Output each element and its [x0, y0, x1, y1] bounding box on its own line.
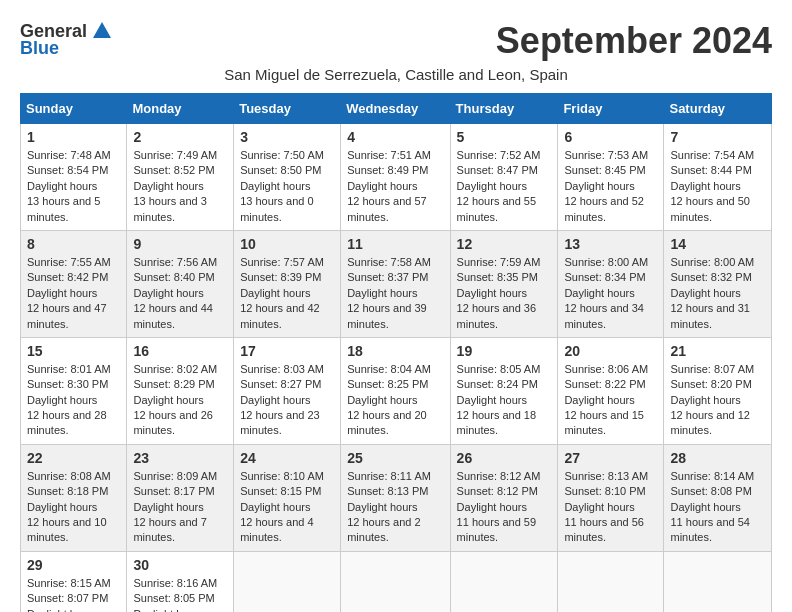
calendar-cell: 25 Sunrise: 8:11 AM Sunset: 8:13 PM Dayl… [341, 444, 450, 551]
day-info: Sunrise: 8:00 AM Sunset: 8:34 PM Dayligh… [564, 255, 657, 332]
calendar-cell: 3 Sunrise: 7:50 AM Sunset: 8:50 PM Dayli… [234, 124, 341, 231]
day-number: 13 [564, 236, 657, 252]
day-number: 1 [27, 129, 120, 145]
calendar-cell [664, 551, 772, 612]
day-number: 8 [27, 236, 120, 252]
calendar-cell: 6 Sunrise: 7:53 AM Sunset: 8:45 PM Dayli… [558, 124, 664, 231]
day-number: 11 [347, 236, 443, 252]
day-info: Sunrise: 7:55 AM Sunset: 8:42 PM Dayligh… [27, 255, 120, 332]
day-info: Sunrise: 7:49 AM Sunset: 8:52 PM Dayligh… [133, 148, 227, 225]
calendar-cell: 16 Sunrise: 8:02 AM Sunset: 8:29 PM Dayl… [127, 337, 234, 444]
day-number: 4 [347, 129, 443, 145]
calendar-cell [234, 551, 341, 612]
day-info: Sunrise: 8:02 AM Sunset: 8:29 PM Dayligh… [133, 362, 227, 439]
calendar-cell: 12 Sunrise: 7:59 AM Sunset: 8:35 PM Dayl… [450, 230, 558, 337]
day-number: 22 [27, 450, 120, 466]
calendar-cell: 24 Sunrise: 8:10 AM Sunset: 8:15 PM Dayl… [234, 444, 341, 551]
day-number: 17 [240, 343, 334, 359]
day-number: 10 [240, 236, 334, 252]
day-number: 29 [27, 557, 120, 573]
calendar-cell: 10 Sunrise: 7:57 AM Sunset: 8:39 PM Dayl… [234, 230, 341, 337]
day-number: 14 [670, 236, 765, 252]
day-number: 21 [670, 343, 765, 359]
calendar-cell: 22 Sunrise: 8:08 AM Sunset: 8:18 PM Dayl… [21, 444, 127, 551]
calendar-cell: 1 Sunrise: 7:48 AM Sunset: 8:54 PM Dayli… [21, 124, 127, 231]
day-info: Sunrise: 8:08 AM Sunset: 8:18 PM Dayligh… [27, 469, 120, 546]
calendar-cell: 11 Sunrise: 7:58 AM Sunset: 8:37 PM Dayl… [341, 230, 450, 337]
day-info: Sunrise: 8:04 AM Sunset: 8:25 PM Dayligh… [347, 362, 443, 439]
day-number: 5 [457, 129, 552, 145]
calendar-cell: 5 Sunrise: 7:52 AM Sunset: 8:47 PM Dayli… [450, 124, 558, 231]
calendar-table: Sunday Monday Tuesday Wednesday Thursday… [20, 93, 772, 612]
day-info: Sunrise: 7:59 AM Sunset: 8:35 PM Dayligh… [457, 255, 552, 332]
day-number: 15 [27, 343, 120, 359]
day-number: 26 [457, 450, 552, 466]
calendar-cell: 29 Sunrise: 8:15 AM Sunset: 8:07 PM Dayl… [21, 551, 127, 612]
calendar-cell: 7 Sunrise: 7:54 AM Sunset: 8:44 PM Dayli… [664, 124, 772, 231]
calendar-cell: 20 Sunrise: 8:06 AM Sunset: 8:22 PM Dayl… [558, 337, 664, 444]
col-tuesday: Tuesday [234, 94, 341, 124]
calendar-cell: 13 Sunrise: 8:00 AM Sunset: 8:34 PM Dayl… [558, 230, 664, 337]
logo-icon [91, 20, 113, 42]
calendar-cell: 4 Sunrise: 7:51 AM Sunset: 8:49 PM Dayli… [341, 124, 450, 231]
day-number: 9 [133, 236, 227, 252]
day-info: Sunrise: 8:01 AM Sunset: 8:30 PM Dayligh… [27, 362, 120, 439]
calendar-cell: 21 Sunrise: 8:07 AM Sunset: 8:20 PM Dayl… [664, 337, 772, 444]
calendar-cell: 23 Sunrise: 8:09 AM Sunset: 8:17 PM Dayl… [127, 444, 234, 551]
day-info: Sunrise: 8:06 AM Sunset: 8:22 PM Dayligh… [564, 362, 657, 439]
day-info: Sunrise: 8:15 AM Sunset: 8:07 PM Dayligh… [27, 576, 120, 612]
svg-marker-0 [93, 22, 111, 38]
col-wednesday: Wednesday [341, 94, 450, 124]
page-header: General Blue September 2024 [20, 20, 772, 62]
calendar-header-row: Sunday Monday Tuesday Wednesday Thursday… [21, 94, 772, 124]
day-info: Sunrise: 8:16 AM Sunset: 8:05 PM Dayligh… [133, 576, 227, 612]
day-number: 28 [670, 450, 765, 466]
day-info: Sunrise: 8:03 AM Sunset: 8:27 PM Dayligh… [240, 362, 334, 439]
day-number: 3 [240, 129, 334, 145]
day-number: 12 [457, 236, 552, 252]
day-info: Sunrise: 7:51 AM Sunset: 8:49 PM Dayligh… [347, 148, 443, 225]
day-number: 23 [133, 450, 227, 466]
calendar-cell: 18 Sunrise: 8:04 AM Sunset: 8:25 PM Dayl… [341, 337, 450, 444]
calendar-cell: 15 Sunrise: 8:01 AM Sunset: 8:30 PM Dayl… [21, 337, 127, 444]
col-sunday: Sunday [21, 94, 127, 124]
day-info: Sunrise: 8:05 AM Sunset: 8:24 PM Dayligh… [457, 362, 552, 439]
day-number: 20 [564, 343, 657, 359]
day-number: 27 [564, 450, 657, 466]
day-info: Sunrise: 8:12 AM Sunset: 8:12 PM Dayligh… [457, 469, 552, 546]
col-monday: Monday [127, 94, 234, 124]
month-title: September 2024 [496, 20, 772, 62]
day-number: 18 [347, 343, 443, 359]
day-number: 7 [670, 129, 765, 145]
calendar-cell: 27 Sunrise: 8:13 AM Sunset: 8:10 PM Dayl… [558, 444, 664, 551]
day-number: 25 [347, 450, 443, 466]
day-number: 19 [457, 343, 552, 359]
day-info: Sunrise: 8:10 AM Sunset: 8:15 PM Dayligh… [240, 469, 334, 546]
calendar-week-row: 1 Sunrise: 7:48 AM Sunset: 8:54 PM Dayli… [21, 124, 772, 231]
day-info: Sunrise: 7:52 AM Sunset: 8:47 PM Dayligh… [457, 148, 552, 225]
calendar-cell: 19 Sunrise: 8:05 AM Sunset: 8:24 PM Dayl… [450, 337, 558, 444]
calendar-week-row: 15 Sunrise: 8:01 AM Sunset: 8:30 PM Dayl… [21, 337, 772, 444]
day-info: Sunrise: 7:48 AM Sunset: 8:54 PM Dayligh… [27, 148, 120, 225]
day-info: Sunrise: 7:54 AM Sunset: 8:44 PM Dayligh… [670, 148, 765, 225]
day-info: Sunrise: 7:53 AM Sunset: 8:45 PM Dayligh… [564, 148, 657, 225]
calendar-cell [341, 551, 450, 612]
day-info: Sunrise: 7:58 AM Sunset: 8:37 PM Dayligh… [347, 255, 443, 332]
logo-blue-text: Blue [20, 38, 59, 59]
calendar-week-row: 8 Sunrise: 7:55 AM Sunset: 8:42 PM Dayli… [21, 230, 772, 337]
day-info: Sunrise: 8:11 AM Sunset: 8:13 PM Dayligh… [347, 469, 443, 546]
day-number: 30 [133, 557, 227, 573]
calendar-week-row: 22 Sunrise: 8:08 AM Sunset: 8:18 PM Dayl… [21, 444, 772, 551]
col-thursday: Thursday [450, 94, 558, 124]
day-info: Sunrise: 8:09 AM Sunset: 8:17 PM Dayligh… [133, 469, 227, 546]
calendar-cell: 17 Sunrise: 8:03 AM Sunset: 8:27 PM Dayl… [234, 337, 341, 444]
col-saturday: Saturday [664, 94, 772, 124]
day-info: Sunrise: 7:50 AM Sunset: 8:50 PM Dayligh… [240, 148, 334, 225]
calendar-cell: 14 Sunrise: 8:00 AM Sunset: 8:32 PM Dayl… [664, 230, 772, 337]
calendar-week-row: 29 Sunrise: 8:15 AM Sunset: 8:07 PM Dayl… [21, 551, 772, 612]
calendar-cell [558, 551, 664, 612]
day-number: 2 [133, 129, 227, 145]
calendar-cell: 30 Sunrise: 8:16 AM Sunset: 8:05 PM Dayl… [127, 551, 234, 612]
logo: General Blue [20, 20, 113, 59]
calendar-cell: 28 Sunrise: 8:14 AM Sunset: 8:08 PM Dayl… [664, 444, 772, 551]
